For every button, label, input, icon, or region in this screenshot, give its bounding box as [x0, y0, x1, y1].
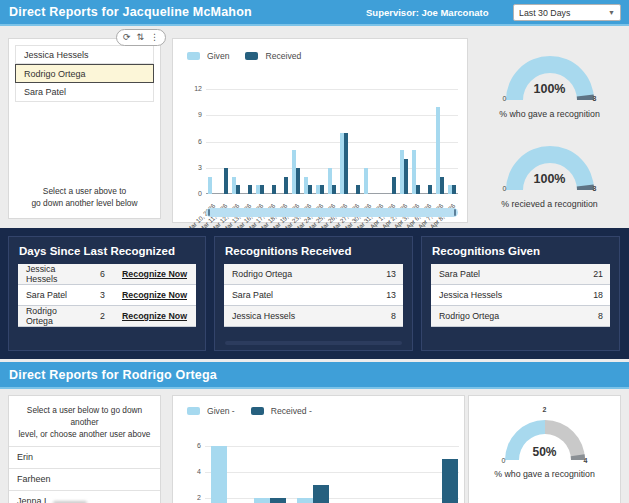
y-tick-label: 3 — [184, 164, 202, 171]
list-item[interactable]: Erin — [9, 446, 160, 468]
gauge-card-2: 2 50% 0 4 % who gave a recognition — [468, 395, 621, 503]
scrollbar-left-cap[interactable] — [208, 209, 210, 216]
gridline — [205, 472, 459, 473]
gauge-caption: % who gave a recognition — [470, 109, 629, 119]
gauge-caption: % who gave a recognition — [469, 469, 620, 479]
y-tick-label: 12 — [184, 85, 202, 92]
footer-line-1: Select a user above to — [9, 185, 160, 197]
received-bar[interactable] — [392, 177, 396, 195]
chart-legend: Given Received — [187, 51, 301, 61]
given-bar[interactable] — [254, 498, 270, 503]
given-bar[interactable] — [208, 177, 212, 195]
gauge-value: 50% — [500, 445, 590, 459]
list-item[interactable]: Rodrigo Ortega — [15, 64, 154, 83]
list-item[interactable]: Jessica Hessels — [15, 45, 154, 64]
sort-icon[interactable]: ⇅ — [137, 33, 145, 42]
received-bar[interactable] — [404, 159, 408, 194]
instruction-line-1: Select a user below to go down another — [15, 404, 154, 428]
section2-header: Direct Reports for Rodrigo Ortega — [0, 362, 629, 389]
given-bar[interactable] — [297, 498, 313, 503]
received-bar[interactable] — [440, 177, 444, 195]
received-bar[interactable] — [236, 185, 240, 194]
kebab-menu-icon[interactable]: ⋮ — [150, 33, 159, 42]
instruction-line-2: level, or choose another user above — [15, 428, 154, 440]
received-bar[interactable] — [296, 168, 300, 194]
received-bar[interactable] — [308, 185, 312, 194]
received-bar[interactable] — [452, 185, 456, 194]
recognize-now-link[interactable]: Recognize Now — [112, 290, 196, 300]
gauge-max-label: 3 — [593, 95, 597, 102]
legend-given-2: Given - — [187, 406, 235, 416]
list-item[interactable]: Sara Patel — [15, 83, 154, 102]
recognition-trend-chart-2: Given - Received - 246 — [172, 395, 465, 503]
table-row[interactable]: Rodrigo Ortega13 — [224, 264, 403, 285]
stats-band: Days Since Last Recognized Jessica Hesse… — [0, 228, 629, 359]
received-bar[interactable] — [260, 185, 264, 194]
panel-title: Recognitions Received — [215, 237, 412, 257]
received-bar[interactable] — [416, 185, 420, 194]
given-bar[interactable] — [364, 168, 368, 194]
received-bar[interactable] — [272, 185, 276, 194]
bar-plot-area — [206, 89, 458, 194]
received-bar[interactable] — [284, 177, 288, 195]
days-since-table: Jessica Hessels6Recognize NowSara Patel3… — [18, 264, 196, 327]
gridline — [206, 115, 458, 116]
received-bar[interactable] — [270, 498, 286, 503]
list-item[interactable]: Farheen — [9, 468, 160, 490]
recognize-now-link[interactable]: Recognize Now — [112, 269, 196, 279]
table-row[interactable]: Jessica Hessels6Recognize Now — [18, 264, 196, 285]
row-value: 18 — [568, 290, 610, 300]
legend-received-label: Received — [265, 51, 301, 61]
received-bar[interactable] — [344, 133, 348, 194]
y-tick-label: 6 — [183, 442, 201, 449]
legend-given-label: Given - — [207, 406, 235, 416]
gauge-value: 100% — [500, 82, 600, 96]
date-filter-value: Last 30 Days — [519, 8, 608, 18]
gridline — [205, 446, 459, 447]
row-name: Rodrigo Ortega — [431, 311, 568, 321]
gauge-gave-recognition: 100% 0 3 % who gave a recognition — [470, 48, 629, 119]
legend-given-label: Given — [207, 51, 229, 61]
gauge-max-label: 3 — [593, 185, 597, 192]
received-bar[interactable] — [313, 485, 329, 503]
table-row[interactable]: Sara Patel21 — [431, 264, 610, 285]
list-item[interactable]: Jenna L — [9, 490, 160, 503]
recognize-now-link[interactable]: Recognize Now — [112, 311, 196, 321]
scrollbar-right-cap[interactable] — [454, 209, 456, 216]
received-swatch — [251, 407, 264, 415]
y-tick-label: 2 — [183, 494, 201, 501]
row-value: 21 — [568, 269, 610, 279]
panel-scrollbar[interactable] — [225, 341, 402, 345]
chart-scrollbar[interactable] — [206, 208, 458, 217]
supervisor-label: Supervisor: Joe Marconato — [366, 7, 488, 18]
received-bar[interactable] — [320, 185, 324, 194]
received-bar[interactable] — [442, 459, 458, 503]
user-list-panel-2: Select a user below to go down another l… — [8, 395, 161, 503]
row-value: 13 — [361, 269, 403, 279]
cycle-icon[interactable]: ⟳ — [123, 33, 131, 42]
user-list-panel: Jessica HesselsRodrigo OrtegaSara Patel … — [8, 38, 161, 219]
received-bar[interactable] — [248, 185, 252, 194]
y-tick-label: 6 — [184, 138, 202, 145]
date-filter-dropdown[interactable]: Last 30 Days ▼ — [513, 4, 621, 21]
received-bar[interactable] — [428, 185, 432, 194]
panel-title: Recognitions Given — [422, 237, 619, 257]
received-bar[interactable] — [224, 168, 228, 194]
table-row[interactable]: Sara Patel3Recognize Now — [18, 285, 196, 306]
y-tick-label: 0 — [184, 190, 202, 197]
y-tick-label: 9 — [184, 111, 202, 118]
table-row[interactable]: Rodrigo Ortega8 — [431, 306, 610, 327]
received-bar[interactable] — [332, 185, 336, 194]
table-row[interactable]: Jessica Hessels18 — [431, 285, 610, 306]
table-row[interactable]: Sara Patel13 — [224, 285, 403, 306]
dashboard: Direct Reports for Jacqueline McMahon Su… — [0, 0, 629, 503]
row-name: Jessica Hessels — [18, 264, 86, 284]
given-bar[interactable] — [211, 446, 227, 503]
table-row[interactable]: Jessica Hessels8 — [224, 306, 403, 327]
row-value: 6 — [86, 269, 112, 279]
legend-received-2: Received - — [251, 406, 312, 416]
row-value: 8 — [361, 311, 403, 321]
table-row[interactable]: Rodrigo Ortega2Recognize Now — [18, 306, 196, 327]
received-bar[interactable] — [356, 185, 360, 194]
row-name: Rodrigo Ortega — [224, 269, 361, 279]
